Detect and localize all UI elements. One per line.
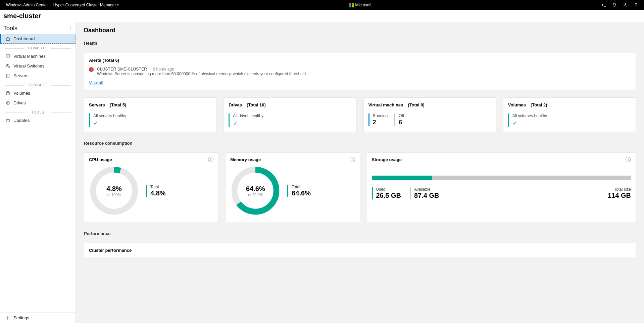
cluster-performance-title: Cluster performance [89, 248, 631, 253]
storage-total-value: 114 GB [608, 192, 631, 199]
storage-used-value: 26.5 GB [376, 192, 401, 199]
nav-servers[interactable]: Servers [0, 71, 76, 81]
alert-row[interactable]: ! CLUSTER SME-CLUSTER 6 hours ago Window… [89, 67, 631, 76]
tile-title: Servers [89, 102, 105, 107]
nav-dashboard[interactable]: Dashboard [0, 34, 76, 44]
svg-rect-2 [6, 64, 7, 66]
svg-rect-3 [8, 66, 10, 68]
storage-avail-value: 87.4 GB [414, 192, 439, 199]
svg-point-5 [6, 92, 9, 93]
ms-logo-area: Microsoft [121, 3, 599, 7]
sidebar-settings[interactable]: Settings [0, 312, 76, 323]
svg-rect-1 [6, 55, 9, 57]
tile-status: All servers healthy [93, 113, 212, 118]
cpu-donut-chart: 4.8% of 100% [89, 166, 139, 216]
alert-time: 6 hours ago [153, 67, 174, 72]
home-icon [5, 37, 10, 41]
nav-volumes[interactable]: Volumes [0, 88, 76, 98]
section-storage: STORAGE [5, 83, 71, 87]
check-icon: ✓ [512, 120, 631, 127]
alert-source: CLUSTER SME-CLUSTER [97, 67, 147, 72]
microsoft-logo-icon [349, 3, 354, 7]
tools-heading: Tools [3, 25, 17, 32]
svg-point-6 [6, 101, 9, 104]
memory-total-label: Total [292, 185, 311, 189]
nav-label: Updates [13, 118, 30, 123]
storage-avail-label: Available [414, 187, 439, 192]
memory-title: Memory usage [230, 157, 261, 162]
cpu-total-label: Total [150, 185, 166, 189]
alert-error-icon: ! [89, 67, 94, 72]
nav-label: Virtual Switches [13, 63, 44, 68]
context-label: Hyper-Converged Cluster Manager [53, 3, 116, 7]
brand-link[interactable]: Windows Admin Center [3, 3, 51, 7]
alerts-title: Alerts (Total 6) [89, 58, 631, 63]
cluster-title: sme-cluster [0, 10, 644, 22]
chevron-down-icon: ▾ [117, 3, 119, 7]
collapse-sidebar-icon[interactable]: 〈 [67, 26, 71, 31]
storage-total-label: Total size [608, 187, 631, 192]
cpu-title: CPU usage [89, 157, 112, 162]
server-icon [5, 74, 10, 78]
microsoft-label: Microsoft [355, 3, 371, 7]
alerts-view-all-link[interactable]: View all [89, 81, 103, 85]
vm-off-value: 6 [399, 119, 404, 126]
section-compute: COMPUTE [5, 46, 71, 50]
nav-label: Drives [13, 100, 26, 105]
cpu-sub: of 100% [107, 193, 121, 197]
cpu-usage-card: CPU usage i 4.8% of 100% [84, 152, 218, 222]
nav-updates[interactable]: Updates [0, 116, 76, 125]
settings-label: Settings [13, 315, 29, 320]
tile-count: (Total 10) [247, 102, 266, 107]
tile-title: Virtual machines [368, 102, 403, 107]
updates-icon [5, 118, 10, 123]
tile-vms[interactable]: Virtual machines(Total 8) Running 2 Off … [363, 97, 496, 132]
tile-count: (Total 8) [408, 102, 425, 107]
tools-sidebar: Tools 〈 Dashboard COMPUTE Virtual Machin… [0, 22, 76, 323]
tile-servers[interactable]: Servers(Total 5) All servers healthy ✓ [84, 97, 217, 132]
memory-value: 64.6% [246, 185, 265, 193]
svg-point-7 [7, 102, 8, 103]
page-title: Dashboard [84, 27, 636, 34]
cpu-total-value: 4.8% [150, 189, 166, 197]
check-icon: ✓ [233, 120, 351, 127]
tile-count: (Total 2) [531, 102, 547, 107]
info-icon[interactable]: i [350, 157, 355, 162]
svg-point-9 [7, 317, 8, 319]
info-icon[interactable]: i [208, 157, 213, 162]
settings-gear-icon[interactable] [621, 0, 630, 10]
powershell-icon[interactable] [599, 0, 608, 10]
tile-drives[interactable]: Drives(Total 10) All drives healthy ✓ [224, 97, 356, 132]
context-dropdown[interactable]: Hyper-Converged Cluster Manager ▾ [51, 3, 122, 7]
tile-volumes[interactable]: Volumes(Total 2) All volumes healthy ✓ [503, 97, 636, 132]
tile-count: (Total 5) [110, 102, 127, 107]
storage-usage-card: Storage usage i Used 26.5 GB Available [367, 152, 636, 222]
content-scroll[interactable]: Dashboard Health Alerts (Total 6) ! CLUS… [76, 22, 644, 323]
info-icon[interactable]: i [626, 157, 631, 162]
check-icon: ✓ [93, 120, 212, 127]
nav-label: Servers [13, 73, 29, 78]
tile-status: All volumes healthy [512, 113, 631, 118]
nav-label: Virtual Machines [13, 54, 46, 59]
nav-virtual-switches[interactable]: Virtual Switches [0, 61, 76, 71]
nav-virtual-machines[interactable]: Virtual Machines [0, 51, 76, 61]
vm-off-label: Off [399, 113, 404, 118]
memory-donut-chart: 64.6% of 20 GB [230, 166, 281, 216]
drive-icon [5, 101, 10, 105]
memory-total-value: 64.6% [292, 189, 311, 197]
cpu-value: 4.8% [106, 185, 122, 193]
content-area: Dashboard Health Alerts (Total 6) ! CLUS… [76, 22, 644, 323]
section-health: Health [84, 41, 636, 48]
svg-point-0 [625, 4, 626, 6]
gear-icon [5, 316, 10, 320]
help-icon[interactable]: ? [631, 0, 641, 10]
nav-label: Dashboard [13, 36, 35, 41]
alerts-card: Alerts (Total 6) ! CLUSTER SME-CLUSTER 6… [84, 53, 636, 90]
notifications-icon[interactable] [610, 0, 619, 10]
alert-message: Windows Server is consuming more than 50… [97, 72, 307, 76]
tile-status: All drives healthy [233, 113, 351, 118]
cluster-performance-card: Cluster performance [84, 243, 636, 258]
section-resource: Resource consumption [84, 141, 636, 148]
tile-title: Volumes [508, 102, 526, 107]
nav-drives[interactable]: Drives [0, 98, 76, 108]
